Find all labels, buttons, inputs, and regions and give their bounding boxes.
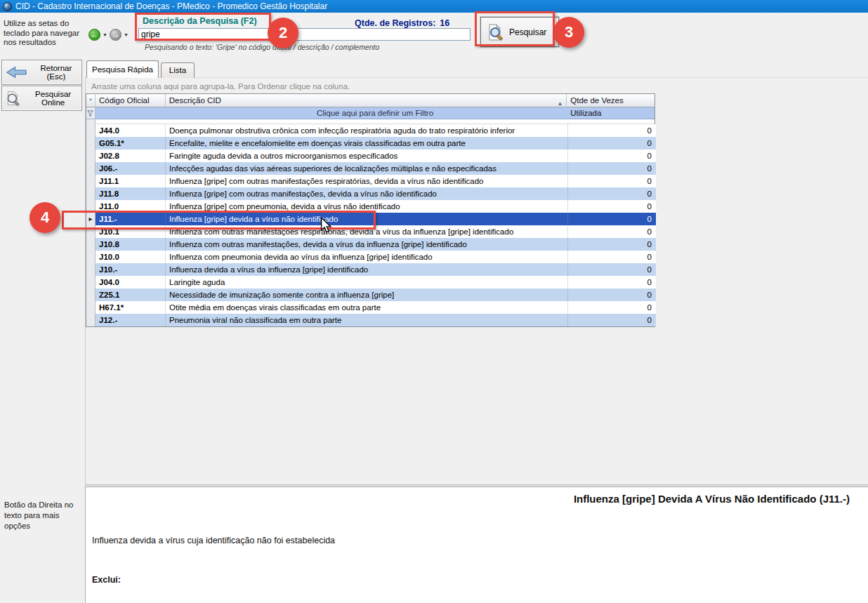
row-selector (86, 314, 96, 326)
cell-descricao-cid: Pneumonia viral não classificada em outr… (166, 314, 568, 326)
filter-row[interactable]: Clique aqui para definir um Filtro (86, 107, 655, 119)
table-row[interactable]: J11.1Influenza [gripe] com outras manife… (86, 175, 655, 187)
row-selector (86, 251, 96, 263)
forward-dropdown-icon[interactable]: ▼ (124, 32, 129, 37)
annotation-step-3: 3 (553, 17, 584, 48)
table-row[interactable]: J10.0Influenza com pneumonia devida ao v… (86, 251, 655, 263)
cell-codigo-oficial: J06.- (96, 162, 166, 175)
cell-qtde-utilizada: 0 (568, 187, 656, 200)
column-header-descricao[interactable]: Descrição CID ▲ (166, 94, 567, 107)
cell-qtde-utilizada: 0 (568, 137, 656, 150)
cell-qtde-utilizada: 0 (568, 263, 656, 276)
exclui-label: Exclui: (92, 574, 335, 587)
cell-codigo-oficial: H67.1* (96, 301, 166, 314)
cell-descricao-cid: Faringite aguda devida a outros microorg… (166, 150, 568, 162)
cell-qtde-utilizada: 0 (568, 238, 656, 251)
search-online-button-label: Pesquisar Online (25, 90, 81, 107)
table-row[interactable]: Z25.1Necessidade de imunização somente c… (86, 289, 655, 301)
cell-qtde-utilizada: 0 (568, 301, 656, 314)
cell-codigo-oficial: J04.0 (96, 276, 166, 289)
row-selector (86, 187, 96, 200)
context-menu-hint: Botão da Direita no texto para mais opçõ… (4, 500, 78, 531)
tab-pesquisa-rapida[interactable]: Pesquisa Rápida (86, 60, 159, 78)
table-row[interactable]: J44.0Doença pulmonar obstrutiva crônica … (86, 124, 655, 137)
column-header-codigo[interactable]: Código Oficial (96, 94, 166, 107)
table-row[interactable]: J10.-Influenza devida a vírus da influen… (86, 263, 655, 276)
table-row[interactable]: J11.8Influenza [gripe] com outras manife… (86, 187, 655, 200)
cell-descricao-cid: Otite média em doenças virais classifica… (166, 301, 568, 314)
cell-descricao-cid: Influenza com outras manifestações, devi… (166, 238, 568, 251)
keyboard-navigation-hint: Utilize as setas do teclado para navegar… (4, 19, 84, 48)
cell-codigo-oficial: J44.0 (96, 124, 166, 137)
filter-funnel-icon (86, 107, 96, 119)
row-selector (86, 137, 96, 150)
table-row[interactable]: H67.1*Otite média em doenças virais clas… (86, 301, 655, 314)
search-scope-hint: Pesquisando o texto: 'Gripe' no código o… (145, 43, 379, 51)
table-row[interactable]: G05.1*Encefalite, mielite e encefalomiel… (86, 137, 655, 150)
cell-qtde-utilizada: 0 (568, 175, 656, 187)
table-row[interactable]: J02.8Faringite aguda devida a outros mic… (86, 150, 655, 162)
cell-descricao-cid: Influenza com pneumonia devida ao vírus … (166, 251, 568, 263)
cell-descricao-cid: Influenza [gripe] com outras manifestaçõ… (166, 175, 568, 187)
return-arrow-icon (6, 66, 27, 79)
cell-qtde-utilizada: 0 (568, 200, 656, 213)
detail-body: Influenza devida a vírus cuja identifica… (92, 508, 335, 603)
cell-codigo-oficial: J10.8 (96, 238, 166, 251)
forward-arrow-icon: → (110, 29, 121, 40)
cell-descricao-cid: Influenza [gripe] com outras manifestaçõ… (166, 187, 568, 200)
navigate-forward-button[interactable]: → (110, 29, 121, 41)
row-selector (86, 276, 96, 289)
cell-descricao-cid: Influenza devida a vírus da influenza [g… (166, 263, 568, 276)
back-dropdown-icon[interactable]: ▼ (103, 32, 107, 37)
record-count: Qtde. de Registros:16 (355, 18, 449, 28)
annotation-step-4: 4 (29, 202, 60, 233)
cell-codigo-oficial: J10.0 (96, 251, 166, 263)
annotation-box-search-field (135, 13, 271, 41)
row-selector (86, 301, 96, 314)
cell-qtde-utilizada: 0 (568, 213, 656, 225)
cell-codigo-oficial: J11.1 (96, 175, 166, 187)
detail-title: Influenza [gripe] Devida A Vírus Não Ide… (574, 493, 850, 505)
table-row[interactable]: J06.-Infecções agudas das vias aéreas su… (86, 162, 655, 175)
grid-header-row: * Código Oficial Descrição CID ▲ Qtde de… (86, 94, 655, 107)
row-selector (86, 124, 96, 137)
return-button[interactable]: Retornar (Esc) (1, 60, 82, 85)
cell-codigo-oficial: J11.8 (96, 187, 166, 200)
cell-codigo-oficial: J10.- (96, 263, 166, 276)
group-by-hint: Arraste uma coluna aqui para agrupa-la. … (91, 82, 350, 91)
record-count-value: 16 (440, 18, 449, 28)
cell-descricao-cid: Necessidade de imunização somente contra… (166, 289, 568, 301)
window-title: CID - Cadastro Internacional de Doenças … (15, 1, 327, 11)
cell-qtde-utilizada: 0 (568, 225, 656, 238)
table-row[interactable]: J10.8Influenza com outras manifestações,… (86, 238, 655, 251)
detail-panel: Influenza [gripe] Devida A Vírus Não Ide… (85, 487, 868, 603)
annotation-box-search-button (475, 11, 555, 46)
cell-qtde-utilizada: 0 (568, 289, 656, 301)
search-online-button[interactable]: Pesquisar Online (1, 86, 82, 111)
cell-qtde-utilizada: 0 (568, 150, 656, 162)
back-arrow-icon: ← (89, 29, 100, 40)
cell-qtde-utilizada: 0 (568, 314, 656, 326)
magnifier-document-icon (6, 89, 21, 107)
row-selector (86, 150, 96, 162)
tab-lista[interactable]: Lista (161, 62, 195, 78)
cell-codigo-oficial: J02.8 (96, 150, 166, 162)
cell-descricao-cid: Laringite aguda (166, 276, 568, 289)
table-row[interactable]: J12.-Pneumonia viral não classificada em… (86, 314, 655, 326)
cell-qtde-utilizada: 0 (568, 162, 656, 175)
cell-qtde-utilizada: 0 (568, 276, 656, 289)
cell-descricao-cid: Infecções agudas das vias aéreas superio… (166, 162, 568, 175)
row-selector (86, 162, 96, 175)
cell-descricao-cid: Doença pulmonar obstrutiva crônica com i… (166, 124, 568, 137)
cell-codigo-oficial: G05.1* (96, 137, 166, 150)
navigate-back-button[interactable]: ← (88, 29, 100, 41)
grid-gap-row (86, 119, 655, 124)
column-header-qtde[interactable]: Qtde de Vezes Utilizada (567, 94, 655, 107)
sort-ascending-icon: ▲ (557, 98, 563, 110)
select-all-icon[interactable]: * (86, 94, 96, 107)
table-row[interactable]: J04.0Laringite aguda0 (86, 276, 655, 289)
app-icon (3, 2, 12, 11)
row-selector (86, 175, 96, 187)
mouse-cursor (320, 218, 333, 233)
cell-descricao-cid: Encefalite, mielite e encefalomielite em… (166, 137, 568, 150)
